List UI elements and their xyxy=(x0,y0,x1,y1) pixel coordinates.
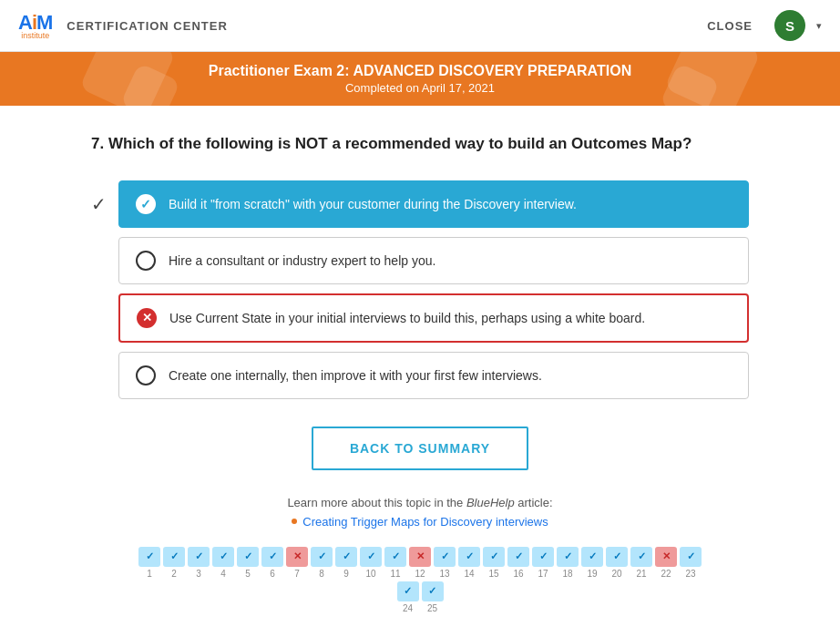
question-text: 7. Which of the following is NOT a recom… xyxy=(91,133,749,155)
progress-num-14: 14 xyxy=(464,569,474,579)
bullet-icon xyxy=(292,519,297,524)
main-content: 7. Which of the following is NOT a recom… xyxy=(0,106,840,627)
progress-dot-13: ✓ xyxy=(434,547,456,567)
progress-num-4: 4 xyxy=(220,569,226,579)
progress-item-19[interactable]: ✓19 xyxy=(581,547,603,579)
avatar[interactable]: S xyxy=(774,10,805,41)
progress-dot-12: ✕ xyxy=(409,547,431,567)
progress-num-10: 10 xyxy=(365,569,375,579)
progress-dot-23: ✓ xyxy=(680,547,702,567)
avatar-chevron-icon[interactable]: ▾ xyxy=(816,20,822,32)
question-number: 7. xyxy=(91,135,104,152)
progress-num-24: 24 xyxy=(403,603,413,613)
option-b[interactable]: Hire a consultant or industry expert to … xyxy=(118,237,749,284)
progress-item-16[interactable]: ✓16 xyxy=(507,547,529,579)
progress-num-18: 18 xyxy=(562,569,572,579)
progress-num-5: 5 xyxy=(245,569,251,579)
progress-item-10[interactable]: ✓10 xyxy=(360,547,382,579)
progress-num-7: 7 xyxy=(294,569,300,579)
progress-item-20[interactable]: ✓20 xyxy=(606,547,628,579)
option-b-text: Hire a consultant or industry expert to … xyxy=(169,253,435,268)
progress-item-3[interactable]: ✓3 xyxy=(188,547,210,579)
progress-item-15[interactable]: ✓15 xyxy=(483,547,505,579)
progress-item-6[interactable]: ✓6 xyxy=(261,547,283,579)
progress-item-5[interactable]: ✓5 xyxy=(237,547,259,579)
option-row-b: ✓ Hire a consultant or industry expert t… xyxy=(91,237,749,284)
progress-dot-20: ✓ xyxy=(606,547,628,567)
logo: AiM institute xyxy=(18,11,52,40)
progress-dot-21: ✓ xyxy=(630,547,652,567)
progress-num-1: 1 xyxy=(147,569,152,579)
progress-dot-17: ✓ xyxy=(532,547,554,567)
progress-item-4[interactable]: ✓4 xyxy=(212,547,234,579)
progress-item-9[interactable]: ✓9 xyxy=(335,547,357,579)
progress-item-22[interactable]: ✕22 xyxy=(655,547,677,579)
back-to-summary-button[interactable]: BACK TO SUMMARY xyxy=(312,427,528,470)
progress-num-20: 20 xyxy=(611,569,621,579)
close-button[interactable]: CLOSE xyxy=(696,12,763,40)
progress-item-14[interactable]: ✓14 xyxy=(458,547,480,579)
progress-item-13[interactable]: ✓13 xyxy=(434,547,456,579)
answer-options: ✓ Build it "from scratch" with your cust… xyxy=(91,180,749,399)
progress-dot-10: ✓ xyxy=(360,547,382,567)
progress-item-21[interactable]: ✓21 xyxy=(630,547,652,579)
progress-num-15: 15 xyxy=(488,569,498,579)
option-icon-b xyxy=(136,251,156,271)
progress-dot-1: ✓ xyxy=(138,547,160,567)
question-body: Which of the following is NOT a recommen… xyxy=(108,135,691,152)
progress-item-24[interactable]: ✓24 xyxy=(397,581,419,613)
progress-dot-15: ✓ xyxy=(483,547,505,567)
progress-dot-18: ✓ xyxy=(557,547,579,567)
progress-num-11: 11 xyxy=(390,569,400,579)
progress-dot-9: ✓ xyxy=(335,547,357,567)
progress-num-2: 2 xyxy=(171,569,177,579)
progress-num-3: 3 xyxy=(196,569,201,579)
checkmark-a: ✓ xyxy=(91,193,109,215)
article-link[interactable]: Creating Trigger Maps for Discovery inte… xyxy=(302,515,548,529)
progress-item-23[interactable]: ✓23 xyxy=(680,547,702,579)
article-link-row: Creating Trigger Maps for Discovery inte… xyxy=(91,515,749,529)
option-icon-a xyxy=(136,194,156,214)
progress-dot-7: ✕ xyxy=(286,547,308,567)
progress-item-18[interactable]: ✓18 xyxy=(557,547,579,579)
progress-item-1[interactable]: ✓1 xyxy=(138,547,160,579)
progress-item-8[interactable]: ✓8 xyxy=(311,547,333,579)
progress-dot-11: ✓ xyxy=(384,547,406,567)
progress-num-9: 9 xyxy=(343,569,349,579)
progress-num-17: 17 xyxy=(538,569,548,579)
option-a[interactable]: Build it "from scratch" with your custom… xyxy=(118,180,749,228)
progress-dot-16: ✓ xyxy=(507,547,529,567)
header-left: AiM institute CERTIFICATION CENTER xyxy=(18,11,228,40)
option-row-d: ✓ Create one internally, then improve it… xyxy=(91,352,749,399)
option-c[interactable]: Use Current State in your initial interv… xyxy=(118,293,749,343)
option-row-c: ✓ Use Current State in your initial inte… xyxy=(91,293,749,343)
progress-num-21: 21 xyxy=(636,569,646,579)
progress-dot-2: ✓ xyxy=(163,547,185,567)
option-a-text: Build it "from scratch" with your custom… xyxy=(169,197,577,211)
progress-dot-5: ✓ xyxy=(237,547,259,567)
option-c-text: Use Current State in your initial interv… xyxy=(169,311,645,325)
progress-item-25[interactable]: ✓25 xyxy=(422,581,444,613)
progress-dot-6: ✓ xyxy=(261,547,283,567)
option-row-a: ✓ Build it "from scratch" with your cust… xyxy=(91,180,749,228)
option-d-text: Create one internally, then improve it w… xyxy=(169,368,542,383)
option-icon-c xyxy=(137,308,157,328)
progress-dot-19: ✓ xyxy=(581,547,603,567)
progress-num-13: 13 xyxy=(439,569,449,579)
progress-item-12[interactable]: ✕12 xyxy=(409,547,431,579)
option-icon-d xyxy=(136,365,156,385)
progress-num-19: 19 xyxy=(587,569,597,579)
option-d[interactable]: Create one internally, then improve it w… xyxy=(118,352,749,399)
progress-num-16: 16 xyxy=(513,569,523,579)
learn-more-prefix: Learn more about this topic in the xyxy=(287,496,466,509)
progress-dot-14: ✓ xyxy=(458,547,480,567)
progress-bar: ✓1✓2✓3✓4✓5✓6✕7✓8✓9✓10✓11✕12✓13✓14✓15✓16✓… xyxy=(91,547,749,613)
progress-item-17[interactable]: ✓17 xyxy=(532,547,554,579)
logo-institute: institute xyxy=(18,31,52,40)
progress-item-2[interactable]: ✓2 xyxy=(163,547,185,579)
progress-dot-25: ✓ xyxy=(422,581,444,601)
progress-item-7[interactable]: ✕7 xyxy=(286,547,308,579)
progress-dot-4: ✓ xyxy=(212,547,234,567)
progress-item-11[interactable]: ✓11 xyxy=(384,547,406,579)
header-right: CLOSE S ▾ xyxy=(696,10,822,41)
